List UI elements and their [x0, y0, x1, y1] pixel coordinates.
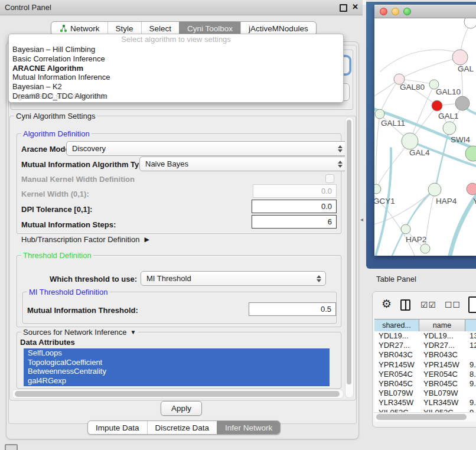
network-node-gal1[interactable] — [432, 100, 442, 111]
tab-select[interactable]: Select — [141, 22, 180, 35]
mi-steps-field[interactable]: 6 — [252, 215, 337, 229]
attribute-item[interactable]: TopologicalCoefficient — [24, 358, 330, 367]
kernel-width-field[interactable]: 0.0 — [253, 184, 337, 198]
settings-hscrollbar[interactable] — [12, 389, 344, 399]
table-row[interactable]: YIL052CYIL052C9. — [374, 408, 476, 413]
mi-steps-label: Mutual Information Steps: — [21, 220, 116, 229]
table-row[interactable]: YBR043CYBR043C — [374, 350, 476, 360]
table-row[interactable]: YDL19...YDL19...13 — [374, 331, 476, 341]
table-row[interactable]: YDR27...YDR27...12 — [374, 341, 476, 350]
network-edge[interactable] — [435, 129, 449, 189]
network-node[interactable] — [455, 96, 470, 110]
settings-hscrollbar-thumb[interactable] — [15, 391, 340, 397]
network-node-label: HAP2 — [406, 235, 426, 244]
network-node-hap2[interactable] — [401, 224, 410, 234]
dpi-tolerance-label: DPI Tolerance [0,1]: — [21, 205, 92, 214]
bottom-tab-infer-network[interactable]: Infer Network — [217, 421, 280, 434]
close-icon[interactable]: ✕ — [352, 2, 358, 11]
network-node-gal4[interactable] — [402, 133, 418, 149]
network-node-gal11[interactable] — [375, 109, 384, 119]
unchecked-columns-icon[interactable]: ☐☐ — [445, 300, 461, 309]
which-threshold-combobox[interactable]: MI Threshold — [141, 271, 326, 286]
table-cell: 9. — [465, 408, 476, 413]
column-header[interactable]: A — [465, 319, 476, 331]
settings-vscrollbar[interactable] — [345, 117, 354, 398]
popup-item[interactable]: Bayesian – K2 — [9, 82, 343, 92]
attribute-item[interactable]: gal4RGexp — [24, 376, 330, 386]
network-edge[interactable] — [374, 108, 476, 151]
table-cell: 12 — [465, 341, 476, 350]
network-node[interactable] — [464, 18, 476, 28]
expander-down-arrow-icon: ▼ — [131, 329, 136, 335]
network-canvas[interactable]: GALGAL80GAL10GAL1GAL11SWI4GAL4GCY1HAP4YH… — [374, 18, 476, 256]
bottom-tab-impute-data[interactable]: Impute Data — [88, 421, 147, 434]
network-node-y[interactable] — [467, 183, 476, 195]
tab-style[interactable]: Style — [107, 22, 141, 35]
close-traffic-light-icon[interactable] — [380, 8, 387, 15]
splitter-collapse-icon[interactable]: ◂ — [360, 216, 363, 223]
data-attributes-list[interactable]: SelfLoopsTopologicalCoefficientBetweenne… — [24, 348, 330, 386]
network-edge[interactable] — [374, 190, 435, 225]
network-edge[interactable] — [406, 190, 435, 229]
aracne-mode-combobox[interactable]: Discovery — [66, 141, 347, 156]
apply-button[interactable]: Apply — [161, 401, 202, 416]
network-node[interactable] — [420, 244, 430, 253]
checked-columns-icon[interactable]: ☑☑ — [420, 300, 436, 309]
minimize-traffic-light-icon[interactable] — [392, 8, 399, 15]
manual-kernel-checkbox[interactable] — [325, 174, 334, 183]
table-cell: 8. — [465, 370, 476, 379]
dpi-tolerance-field[interactable]: 0.0 — [252, 200, 337, 213]
attribute-item[interactable]: SelfLoops — [24, 348, 330, 358]
minimized-panel-icon[interactable] — [5, 444, 18, 450]
attribute-item[interactable]: BetweennessCentrality — [24, 367, 330, 376]
table-hscrollbar-thumb[interactable] — [376, 414, 467, 420]
table-cell: YDL19... — [374, 331, 419, 341]
table-hscrollbar[interactable] — [374, 412, 476, 422]
sources-expander[interactable]: Sources for Network Inference ▼ — [21, 328, 138, 337]
popup-item[interactable]: Bayesian – Hill Climbing — [9, 45, 343, 54]
popup-item[interactable]: ARACNE Algorithm — [9, 64, 343, 73]
export-table-icon[interactable] — [468, 296, 476, 313]
tab-cyni-toolbox[interactable]: Cyni Toolbox — [179, 22, 240, 35]
zoom-traffic-light-icon[interactable] — [403, 8, 411, 15]
table-row[interactable]: YBR045CYBR045C9. — [374, 379, 476, 389]
network-node-hap4[interactable] — [428, 183, 441, 196]
table-cell: YBR043C — [419, 350, 465, 360]
table-row[interactable]: YER054CYER054C8. — [374, 370, 476, 379]
network-node[interactable] — [465, 146, 476, 161]
table-row[interactable]: YPR145WYPR145W9. — [374, 360, 476, 370]
tab-network[interactable]: Network — [51, 22, 107, 35]
column-header[interactable]: shared... — [374, 319, 419, 331]
column-header[interactable]: name — [419, 319, 465, 331]
network-node-gcy1[interactable] — [374, 184, 381, 194]
popup-item[interactable]: Mutual Information Inference — [9, 73, 343, 82]
mi-type-combobox[interactable]: Naive Bayes — [139, 156, 347, 171]
mi-threshold-field[interactable]: 0.5 — [249, 302, 336, 316]
hub-expander[interactable]: Hub/Transcription Factor Definition ▶ — [21, 235, 149, 244]
network-edge[interactable] — [380, 79, 399, 114]
network-edge[interactable] — [410, 85, 434, 141]
bottom-tab-discretize-data[interactable]: Discretize Data — [147, 421, 217, 434]
aracne-mode-value: Discovery — [72, 144, 106, 153]
network-node-gal[interactable] — [452, 50, 468, 65]
popup-item[interactable]: Basic Correlation Inference — [9, 54, 343, 64]
gear-icon[interactable]: ⚙ — [382, 297, 392, 311]
table-row[interactable]: YLR345WYLR345W9. — [374, 398, 476, 407]
network-node-label: GAL80 — [400, 83, 425, 92]
table-cell — [465, 389, 476, 398]
table-row[interactable]: YBL079WYBL079W — [374, 389, 476, 398]
table-cell: YBL079W — [419, 389, 465, 398]
network-edge[interactable] — [376, 141, 410, 189]
mi-type-value: Naive Bayes — [145, 159, 188, 168]
network-node-label: HAP4 — [436, 197, 457, 206]
network-edge[interactable] — [399, 57, 460, 79]
network-edge[interactable] — [376, 114, 380, 189]
network-edge[interactable] — [380, 50, 463, 71]
settings-vscrollbar-thumb[interactable] — [347, 120, 351, 384]
network-node-swi4[interactable] — [443, 122, 456, 135]
network-node-label: Y — [473, 197, 476, 206]
float-window-icon[interactable] — [340, 4, 347, 12]
tab-jactivemnodules[interactable]: jActiveMNodules — [240, 22, 316, 35]
split-pane-icon[interactable] — [400, 299, 410, 311]
network-node-label: GAL10 — [436, 87, 461, 96]
